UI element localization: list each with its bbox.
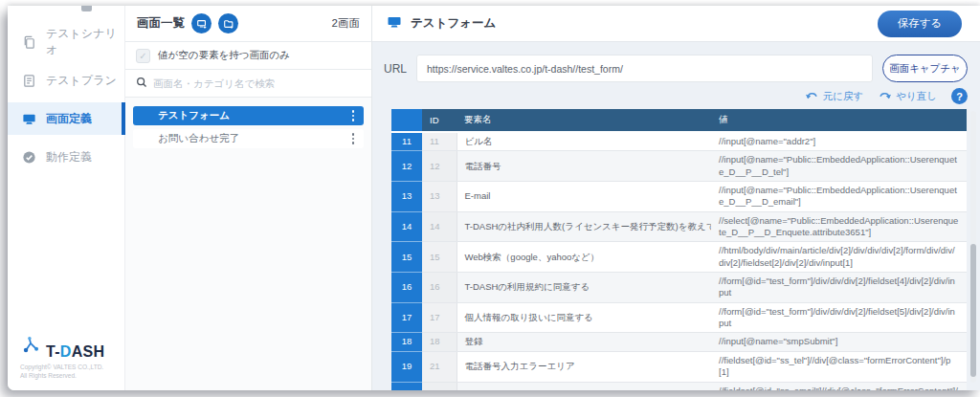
table-scrollbar: [970, 111, 976, 383]
sidebar-item-action-definition[interactable]: 動作定義: [8, 141, 124, 173]
element-name-header: 要素名: [457, 109, 711, 132]
row-number-cell[interactable]: 15: [391, 242, 422, 273]
kebab-menu-icon[interactable]: [350, 131, 357, 146]
test-scenario-icon: [22, 35, 36, 50]
row-number-cell[interactable]: 13: [391, 182, 422, 212]
url-label: URL: [384, 62, 407, 76]
element-table: ID 要素名 値 11 11 ビル名 //input[@name="addr2"…: [391, 109, 968, 390]
sidebar-item-test-scenario[interactable]: テストシナリオ: [8, 26, 124, 58]
table-row: 11 11 ビル名 //input[@name="addr2"]: [391, 132, 967, 151]
list-item-inquiry-complete[interactable]: お問い合わせ完了: [133, 129, 364, 148]
element-name-cell[interactable]: Web検索（google、yahooなど）: [457, 242, 711, 273]
copyright-text: Copyright© VALTES CO.,LTD. All Rights Re…: [20, 363, 104, 382]
value-cell[interactable]: //input[@name="Public::EmbeddedApplicati…: [711, 151, 967, 182]
table-row: 20 22 E-mail入力エラーエリア1行目 //fieldset[@id="…: [391, 382, 967, 390]
id-cell: 14: [422, 211, 457, 242]
list-item-test-form[interactable]: テストフォーム: [133, 106, 364, 125]
row-number-cell[interactable]: 11: [391, 132, 422, 151]
value-cell[interactable]: //select[@name="Public::EmbeddedApplicat…: [711, 211, 967, 242]
screen-list-panel: 画面一覧 2画面 ✓ 値が空の要素を持つ画面のみ テストフォーム: [125, 6, 372, 390]
brand-logo: T-DASH Copyright© VALTES CO.,LTD. All Ri…: [20, 335, 104, 382]
row-number-cell[interactable]: 14: [391, 211, 422, 242]
empty-value-filter-row: ✓ 値が空の要素を持つ画面のみ: [125, 42, 371, 70]
table-row: 16 16 T-DASHの利用規約に同意する //form[@id="test_…: [391, 273, 967, 303]
sidebar-item-label: 画面定義: [46, 111, 92, 127]
screen-icon: [387, 14, 402, 33]
tdash-logo-mark-icon: [20, 335, 41, 360]
element-table-zone: ID 要素名 値 11 11 ビル名 //input[@name="addr2"…: [391, 109, 967, 390]
value-cell[interactable]: //html/body/div/main/article/div[2]/div/…: [711, 242, 967, 273]
table-row: 12 12 電話番号 //input[@name="Public::Embedd…: [391, 151, 967, 182]
id-cell: 17: [422, 302, 457, 333]
element-name-cell[interactable]: 登録: [457, 333, 711, 351]
list-item-label: お問い合わせ完了: [158, 132, 239, 145]
empty-value-filter-checkbox[interactable]: ✓: [136, 49, 150, 63]
row-number-cell[interactable]: 16: [391, 273, 422, 303]
clipped-menu-icon: [81, 6, 92, 11]
row-number-cell[interactable]: 12: [391, 151, 422, 182]
empty-value-filter-label: 値が空の要素を持つ画面のみ: [158, 49, 290, 62]
element-name-cell[interactable]: 電話番号入力エラーエリア: [457, 351, 711, 382]
value-header: 値: [711, 109, 967, 132]
main-panel: テストフォーム 保存する URL 画面キャプチャ 元に戻す やり直し ?: [372, 6, 980, 390]
screen-search-row: [125, 70, 371, 98]
brand-name: T-DASH: [46, 344, 104, 360]
id-cell: 21: [422, 351, 457, 382]
table-row: 13 13 E-mail //input[@name="Public::Embe…: [391, 182, 967, 212]
element-name-cell[interactable]: 個人情報の取り扱いに同意する: [457, 302, 711, 333]
redo-icon: [878, 91, 892, 101]
value-cell[interactable]: //form[@id="test_form"]/div/div/div[2]/f…: [711, 302, 967, 333]
help-icon[interactable]: ?: [951, 88, 968, 104]
main-header: テストフォーム 保存する: [372, 6, 980, 42]
screen-add-icon[interactable]: [191, 13, 212, 33]
screen-count: 2画面: [332, 16, 360, 31]
screen-search-input[interactable]: [153, 77, 361, 89]
undo-label: 元に戻す: [823, 90, 864, 103]
sidebar-item-test-plan[interactable]: テストプラン: [8, 64, 124, 97]
table-scrollbar-thumb[interactable]: [970, 244, 976, 377]
kebab-menu-icon[interactable]: [350, 108, 357, 123]
row-number-cell[interactable]: 19: [391, 351, 422, 382]
row-number-cell[interactable]: 17: [391, 302, 422, 333]
table-row: 18 18 登録 //input[@name="smpSubmit"]: [391, 333, 967, 351]
action-definition-icon: [22, 150, 36, 165]
screen-list-header: 画面一覧 2画面: [125, 6, 371, 42]
value-cell[interactable]: //input[@name="addr2"]: [711, 132, 967, 151]
value-cell[interactable]: //fieldset[@id="ss_tel"]//div[@class="fo…: [711, 351, 967, 382]
element-name-cell[interactable]: E-mail: [457, 182, 711, 212]
table-row: 15 15 Web検索（google、yahooなど） //html/body/…: [391, 242, 967, 273]
row-number-cell[interactable]: 20: [391, 382, 422, 390]
undo-button[interactable]: 元に戻す: [805, 90, 864, 103]
redo-button[interactable]: やり直し: [878, 90, 937, 103]
redo-label: やり直し: [896, 90, 937, 103]
element-name-cell[interactable]: T-DASHの社内利用人数(ライセンスキー発行予定数)を教えてください。: [457, 211, 711, 242]
value-cell[interactable]: //input[@name="smpSubmit"]: [711, 333, 967, 351]
test-plan-icon: [22, 74, 36, 88]
screen-list: テストフォーム お問い合わせ完了: [125, 98, 371, 157]
sidebar-item-label: 動作定義: [46, 149, 92, 165]
url-row: URL 画面キャプチャ: [384, 55, 968, 82]
element-name-cell[interactable]: ビル名: [457, 132, 711, 151]
element-name-cell[interactable]: E-mail入力エラーエリア1行目: [457, 382, 711, 390]
sidebar-item-label: テストプラン: [46, 73, 117, 89]
table-row: 19 21 電話番号入力エラーエリア //fieldset[@id="ss_te…: [391, 351, 967, 382]
row-number-cell[interactable]: 18: [391, 333, 422, 351]
screen-capture-button[interactable]: 画面キャプチャ: [882, 55, 968, 82]
undo-redo-row: 元に戻す やり直し ?: [372, 88, 968, 104]
folder-add-icon[interactable]: [218, 13, 238, 33]
url-input[interactable]: [416, 55, 873, 82]
sidebar: テストシナリオ テストプラン 画面定義 動作定義: [8, 6, 125, 390]
save-button[interactable]: 保存する: [878, 11, 962, 37]
sidebar-item-screen-definition[interactable]: 画面定義: [8, 102, 124, 135]
id-cell: 11: [422, 132, 457, 151]
value-cell[interactable]: //input[@name="Public::EmbeddedApplicati…: [711, 182, 967, 212]
table-row: 17 17 個人情報の取り扱いに同意する //form[@id="test_fo…: [391, 302, 967, 333]
screen-list-title: 画面一覧: [137, 15, 185, 32]
element-name-cell[interactable]: T-DASHの利用規約に同意する: [457, 273, 711, 303]
element-name-cell[interactable]: 電話番号: [457, 151, 711, 182]
value-cell[interactable]: //fieldset[@id="ss_email"]//div[@class="…: [711, 382, 967, 390]
screen-definition-icon: [22, 112, 36, 126]
page-title: テストフォーム: [411, 15, 496, 32]
value-cell[interactable]: //form[@id="test_form"]/div/div/div[2]/f…: [711, 273, 967, 303]
id-cell: 18: [422, 333, 457, 351]
